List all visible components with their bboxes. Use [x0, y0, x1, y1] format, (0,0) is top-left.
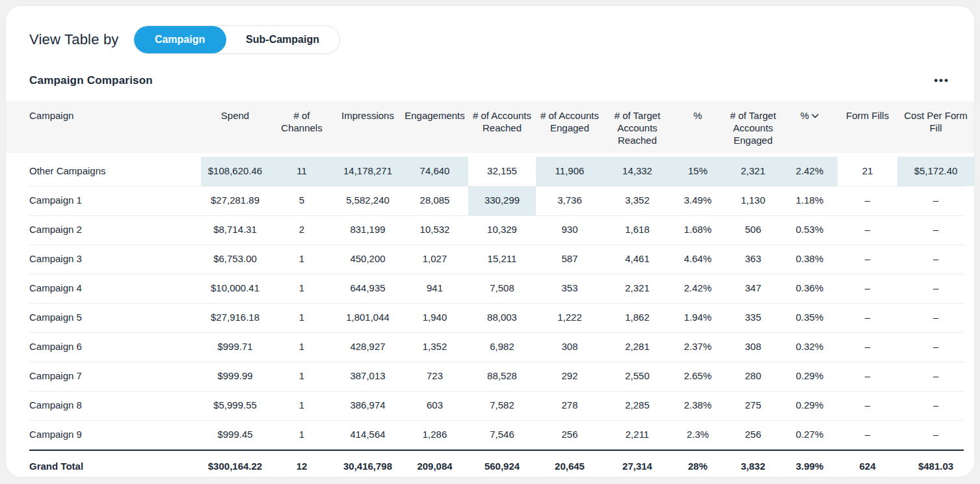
cell-channels: 11: [269, 157, 334, 186]
cell-target-accounts-reached: 2,550: [603, 362, 671, 391]
column-header-target-accounts-engaged[interactable]: # of Target Accounts Engaged: [724, 110, 782, 153]
column-header-spend[interactable]: Spend: [201, 110, 269, 153]
cell-engagements: 941: [401, 274, 468, 303]
cell-cost-per-form-fill: –: [897, 332, 974, 362]
campaign-name-cell: Campaign 9: [6, 420, 201, 450]
total-cell-cost-per-form-fill: $481.03: [897, 450, 974, 477]
cell-accounts-reached: 330,299: [468, 186, 536, 215]
cell-cost-per-form-fill: –: [897, 420, 974, 450]
column-header-label: Engagements: [404, 110, 465, 122]
campaign-name-cell: Campaign 8: [6, 391, 201, 420]
cell-spend: $10,000.41: [201, 274, 269, 303]
cell-accounts-reached: 10,329: [468, 215, 536, 245]
cell-spend: $999.71: [201, 332, 269, 362]
cell-target-accounts-reached: 14,332: [603, 157, 671, 186]
column-header-campaign[interactable]: Campaign: [6, 110, 201, 153]
column-header-engagements[interactable]: Engagements: [401, 110, 468, 153]
cell-accounts-engaged: 1,222: [536, 303, 603, 332]
cell-pct-target-engaged: 2.42%: [782, 157, 838, 186]
campaign-name-cell: Campaign 5: [6, 303, 201, 332]
cell-target-accounts-engaged: 363: [724, 245, 782, 274]
column-header-pct-target-reached[interactable]: %: [671, 110, 724, 153]
column-header-impressions[interactable]: Impressions: [334, 110, 401, 153]
cell-channels: 1: [269, 303, 334, 332]
column-header-label: # of Target Accounts Engaged: [727, 110, 779, 146]
cell-form-fills: –: [838, 332, 897, 362]
table-row: Campaign 5$27,916.1811,801,0441,94088,00…: [6, 303, 974, 332]
column-header-cost-per-form-fill[interactable]: Cost Per Form Fill: [897, 110, 974, 153]
cell-spend: $8,714.31: [201, 215, 269, 245]
column-header-target-accounts-reached[interactable]: # of Target Accounts Reached: [603, 110, 671, 153]
column-header-label: Cost Per Form Fill: [900, 110, 972, 135]
column-header-pct-target-engaged[interactable]: %: [782, 110, 838, 153]
column-header-channels[interactable]: # of Channels: [269, 110, 334, 153]
cell-spend: $5,999.55: [201, 391, 269, 420]
cell-pct-target-engaged: 0.32%: [782, 332, 838, 362]
cell-accounts-engaged: 930: [536, 215, 603, 245]
cell-target-accounts-engaged: 308: [724, 332, 782, 362]
table-row: Campaign 2$8,714.312831,19910,53210,3299…: [6, 215, 974, 245]
cell-accounts-engaged: 11,906: [536, 157, 603, 186]
ellipsis-menu-icon[interactable]: •••: [933, 72, 951, 88]
cell-target-accounts-engaged: 506: [724, 215, 782, 245]
cell-spend: $27,916.18: [201, 303, 269, 332]
total-cell-pct-target-engaged: 3.99%: [782, 450, 838, 477]
cell-pct-target-engaged: 0.53%: [782, 215, 838, 245]
cell-accounts-engaged: 3,736: [536, 186, 603, 215]
cell-target-accounts-engaged: 275: [724, 391, 782, 420]
cell-spend: $6,753.00: [201, 245, 269, 274]
cell-engagements: 1,286: [401, 420, 468, 450]
cell-accounts-reached: 15,211: [468, 245, 536, 274]
total-cell-accounts-engaged: 20,645: [536, 450, 603, 477]
cell-target-accounts-engaged: 1,130: [724, 186, 782, 215]
total-cell-form-fills: 624: [838, 450, 897, 477]
column-header-label: # of Accounts Reached: [471, 110, 533, 135]
cell-engagements: 1,940: [401, 303, 468, 332]
column-header-label: # of Target Accounts Reached: [606, 110, 669, 146]
column-header-label: Campaign: [29, 110, 73, 122]
campaign-name-cell: Other Campaigns: [6, 157, 201, 186]
table-row: Campaign 6$999.711428,9271,3526,9823082,…: [6, 332, 974, 362]
cell-accounts-engaged: 587: [536, 245, 603, 274]
cell-accounts-engaged: 292: [536, 362, 603, 391]
campaign-name-cell: Campaign 1: [6, 186, 201, 215]
cell-accounts-engaged: 278: [536, 391, 603, 420]
cell-target-accounts-engaged: 280: [724, 362, 782, 391]
cell-target-accounts-reached: 2,211: [603, 420, 671, 450]
total-cell-engagements: 209,084: [401, 450, 468, 477]
cell-pct-target-reached: 1.68%: [671, 215, 724, 245]
cell-pct-target-reached: 15%: [671, 157, 724, 186]
cell-pct-target-reached: 2.37%: [671, 332, 724, 362]
cell-impressions: 831,199: [334, 215, 401, 245]
cell-engagements: 74,640: [401, 157, 468, 186]
cell-pct-target-engaged: 0.29%: [782, 362, 838, 391]
total-cell-pct-target-reached: 28%: [671, 450, 724, 477]
cell-form-fills: –: [838, 391, 897, 420]
cell-form-fills: –: [838, 362, 897, 391]
cell-pct-target-engaged: 0.35%: [782, 303, 838, 332]
column-header-accounts-reached[interactable]: # of Accounts Reached: [468, 110, 536, 153]
cell-channels: 5: [269, 186, 334, 215]
cell-accounts-reached: 88,528: [468, 362, 536, 391]
cell-impressions: 428,927: [334, 332, 401, 362]
cell-channels: 1: [269, 362, 334, 391]
column-header-form-fills[interactable]: Form Fills: [838, 110, 897, 153]
cell-spend: $999.99: [201, 362, 269, 391]
cell-form-fills: –: [838, 303, 897, 332]
cell-channels: 1: [269, 420, 334, 450]
cell-form-fills: –: [838, 245, 897, 274]
toggle-option-sub-campaign[interactable]: Sub-Campaign: [226, 26, 339, 53]
column-header-label: # of Accounts Engaged: [538, 110, 601, 135]
column-header-label: %: [693, 110, 702, 122]
column-header-accounts-engaged[interactable]: # of Accounts Engaged: [536, 110, 603, 153]
cell-cost-per-form-fill: –: [897, 362, 974, 391]
cell-form-fills: –: [838, 420, 897, 450]
grand-total-label: Grand Total: [6, 450, 201, 477]
campaign-comparison-table: CampaignSpend# of ChannelsImpressionsEng…: [6, 101, 974, 477]
cell-impressions: 1,801,044: [334, 303, 401, 332]
cell-channels: 1: [269, 332, 334, 362]
cell-impressions: 5,582,240: [334, 186, 401, 215]
table-row: Campaign 9$999.451414,5641,2867,5462562,…: [6, 420, 974, 450]
cell-channels: 1: [269, 245, 334, 274]
toggle-option-campaign[interactable]: Campaign: [134, 26, 226, 53]
